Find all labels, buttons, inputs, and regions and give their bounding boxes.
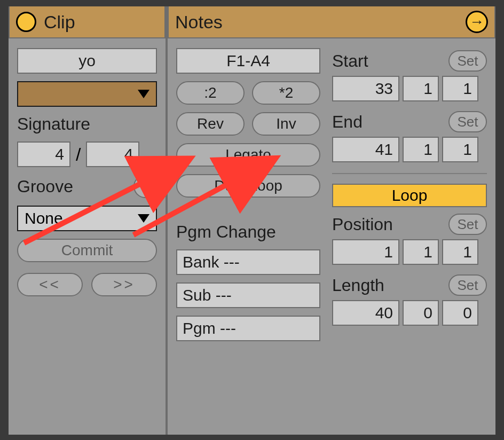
commit-button[interactable]: Commit [17, 239, 157, 262]
note-range-display[interactable]: F1-A4 [176, 48, 320, 74]
nudge-back-button[interactable]: << [17, 273, 83, 296]
end-set-button[interactable]: Set [448, 111, 487, 132]
end-sixteenths[interactable]: 1 [442, 137, 478, 162]
notes-tools-column: F1-A4 :2 *2 Rev Inv Legato Dupl.Loop Pgm… [176, 48, 320, 429]
double-button[interactable]: *2 [252, 81, 320, 105]
start-bars[interactable]: 33 [332, 76, 399, 101]
expand-arrow-icon[interactable]: → [466, 11, 488, 33]
start-sixteenths[interactable]: 1 [442, 76, 478, 101]
length-set-button[interactable]: Set [448, 274, 487, 296]
duplicate-loop-button[interactable]: Dupl.Loop [176, 174, 320, 198]
notes-header: Notes → [168, 6, 495, 38]
time-sig-denominator[interactable]: 4 [86, 142, 139, 167]
position-sixteenths[interactable]: 1 [442, 239, 478, 265]
length-bars[interactable]: 40 [332, 300, 399, 326]
clip-header: Clip [9, 6, 166, 38]
end-bars[interactable]: 41 [332, 137, 399, 162]
nudge-forward-button[interactable]: >> [91, 273, 157, 296]
groove-value: None [25, 209, 63, 227]
halve-button[interactable]: :2 [176, 81, 245, 105]
length-label: Length [332, 276, 384, 295]
signature-label: Signature [17, 114, 157, 134]
chevron-down-icon [138, 214, 149, 223]
position-set-button[interactable]: Set [448, 214, 487, 235]
time-sig-slash: / [76, 144, 81, 165]
clip-view-panel: Clip yo Signature 4 / 4 Groove [9, 6, 495, 435]
position-beats[interactable]: 1 [403, 239, 439, 265]
clip-panel: Clip yo Signature 4 / 4 Groove [9, 6, 168, 435]
end-beats[interactable]: 1 [403, 137, 439, 162]
groove-dropdown[interactable]: None [17, 206, 157, 231]
start-beats[interactable]: 1 [403, 76, 439, 101]
swap-icon [139, 180, 151, 192]
sub-field[interactable]: Sub --- [176, 282, 320, 308]
end-label: End [332, 112, 363, 132]
length-beats[interactable]: 0 [403, 300, 439, 326]
clip-active-indicator-icon[interactable] [16, 12, 36, 32]
notes-title: Notes [175, 12, 223, 33]
bank-field[interactable]: Bank --- [176, 249, 320, 275]
clip-color-dropdown[interactable] [17, 81, 157, 107]
time-sig-numerator[interactable]: 4 [17, 142, 70, 167]
clip-title: Clip [44, 12, 75, 33]
length-sixteenths[interactable]: 0 [442, 300, 478, 326]
start-set-button[interactable]: Set [448, 50, 487, 72]
start-label: Start [332, 51, 368, 71]
notes-panel: Notes → F1-A4 :2 *2 Rev Inv Legato Dupl.… [168, 6, 495, 435]
pgm-field[interactable]: Pgm --- [176, 316, 320, 341]
chevron-down-icon [138, 90, 149, 98]
reverse-button[interactable]: Rev [176, 112, 245, 136]
position-label: Position [332, 215, 393, 234]
legato-button[interactable]: Legato [176, 143, 320, 167]
groove-label: Groove [17, 177, 73, 197]
groove-hotswap-icon[interactable] [133, 175, 157, 198]
pgm-change-label: Pgm Change [176, 222, 320, 242]
clip-name-input[interactable]: yo [17, 48, 157, 74]
loop-column: Start Set 33 1 1 End Set 41 1 1 [328, 48, 487, 429]
invert-button[interactable]: Inv [252, 112, 320, 136]
position-bars[interactable]: 1 [332, 239, 399, 265]
loop-toggle-button[interactable]: Loop [332, 184, 487, 207]
divider [332, 173, 487, 174]
